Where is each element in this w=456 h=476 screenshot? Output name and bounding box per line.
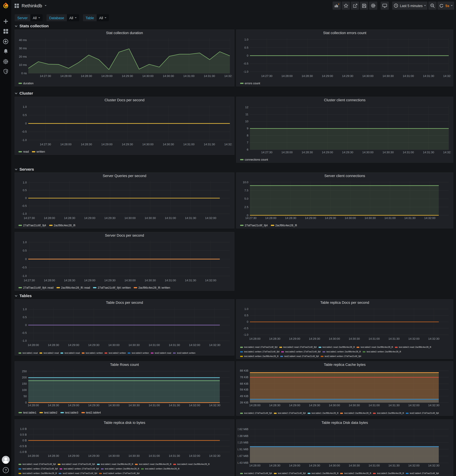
legend-item[interactable]: test2.table4::written::27af7ae21c6f_9j4 <box>99 472 140 474</box>
legend-item[interactable]: test.table1::written::27af7ae21c6f_9j4 <box>240 351 279 353</box>
user-avatar[interactable] <box>2 456 10 464</box>
legend-item[interactable]: test.table2::read::27af7ae21c6f_9j4 <box>279 346 317 348</box>
legend-item[interactable]: written <box>32 150 45 153</box>
legend-item[interactable]: test.table3::read <box>61 352 80 354</box>
chart-area[interactable]: 14:28:0014:28:3014:29:0014:29:3014:30:00… <box>16 306 232 347</box>
chart-area[interactable]: 14:28:0014:28:3014:29:0014:29:3014:30:00… <box>16 426 232 458</box>
panel-title[interactable]: Server Queries per second <box>15 173 234 179</box>
legend-item[interactable]: test.table1::read::2acf86c4ec28_lfi <box>319 346 355 348</box>
legend-item[interactable]: 27af7ae21c6f_9j4 <box>240 224 268 227</box>
section-tables[interactable]: Tables <box>15 293 32 298</box>
chart-area[interactable]: 14:27:3014:28:0014:28:3014:29:0014:29:30… <box>238 103 451 154</box>
panel-title[interactable]: Server Docs per second <box>15 232 234 238</box>
legend-item[interactable]: test2.table4::written::27af7ae21c6f_9j4 <box>321 355 361 357</box>
panel-title[interactable]: Table replica Disk data bytes <box>236 420 453 426</box>
legend-item[interactable]: 27af7ae21c6f_9j4::read <box>18 286 53 289</box>
help-icon[interactable]: ? <box>2 467 9 474</box>
chart-area[interactable]: 14:28:0014:28:3014:29:0014:29:3014:30:00… <box>238 426 451 468</box>
legend-item[interactable]: test.table3::written <box>128 352 149 354</box>
legend-item[interactable]: test.table1::written::2acf86c4ec28_lfi <box>101 468 139 470</box>
save-button[interactable] <box>360 1 368 10</box>
panel-title[interactable]: Table Rows count <box>15 362 234 368</box>
time-picker-button[interactable]: Last 5 minutes <box>392 1 427 10</box>
legend-item[interactable]: 2acf86c4ec28_lfi <box>271 224 297 227</box>
legend-item[interactable]: 27af7ae21c6f_9j4::written <box>93 286 131 289</box>
add-panel-button[interactable] <box>333 1 341 10</box>
configuration-icon[interactable] <box>3 58 9 65</box>
legend-item[interactable]: test.table3::read::2acf86c4ec28_lfi <box>173 463 210 465</box>
legend-item[interactable]: read <box>18 150 29 153</box>
filter-server[interactable]: Server All <box>15 14 42 21</box>
panel-title[interactable]: Cluster client connections <box>236 97 453 103</box>
legend-item[interactable]: test.table2::2acf86c4ec28_lfi <box>340 412 371 414</box>
star-button[interactable] <box>342 1 350 10</box>
legend-item[interactable]: test.table1::27af7ae21c6f_9j4 <box>240 472 272 474</box>
legend-item[interactable]: test.table3::written::2acf86c4ec28_lfi <box>18 472 57 474</box>
panel-title[interactable]: Table Docs per second <box>15 299 234 306</box>
legend-item[interactable]: test.table1::read::27af7ae21c6f_9j4 <box>240 346 278 348</box>
legend-item[interactable]: test.table1::read::27af7ae21c6f_9j4 <box>18 463 56 465</box>
chart-area[interactable]: 14:28:0014:28:3014:29:0014:29:3014:30:00… <box>238 368 451 408</box>
refresh-button[interactable]: 5s <box>438 1 454 10</box>
dashboard-settings-button[interactable] <box>369 1 377 10</box>
legend-item[interactable]: test.table2::2acf86c4ec28_lfi <box>340 472 371 474</box>
legend-item[interactable]: test.table3 <box>60 411 78 414</box>
legend-item[interactable]: connections count <box>240 158 268 161</box>
zoom-out-button[interactable] <box>428 1 437 10</box>
legend-item[interactable]: test.table2::written::27af7ae21c6f_9j4 <box>281 351 321 353</box>
legend-item[interactable]: test.table2::read::27af7ae21c6f_9j4 <box>58 463 95 465</box>
chart-area[interactable]: 14:27:3014:28:0014:28:3014:29:0014:29:30… <box>16 179 232 220</box>
legend-item[interactable]: test.table1::2acf86c4ec28_lfi <box>308 412 338 414</box>
chart-area[interactable]: 14:28:0014:28:3014:29:0014:29:3014:30:00… <box>238 306 451 341</box>
alerting-icon[interactable] <box>3 48 9 54</box>
legend-item[interactable]: test2.table4 <box>81 411 101 414</box>
legend-item[interactable]: test.table2::27af7ae21c6f_9j4 <box>274 472 306 474</box>
legend-item[interactable]: test.table1::2acf86c4ec28_lfi <box>308 472 338 474</box>
chart-area[interactable]: 14:27:3014:28:0014:28:3014:29:0014:29:30… <box>16 239 232 282</box>
panel-title[interactable]: Stat collection errors count <box>236 30 453 36</box>
legend-item[interactable]: test2.table4::27af7ae21c6f_9j4 <box>406 472 439 474</box>
server-admin-icon[interactable] <box>3 68 9 75</box>
explore-icon[interactable] <box>3 38 9 44</box>
legend-item[interactable]: test.table1::written::27af7ae21c6f_9j4 <box>18 468 58 470</box>
legend-item[interactable]: test.table2 <box>39 411 57 414</box>
dashboards-icon[interactable] <box>3 28 9 34</box>
legend-item[interactable]: 2acf86c4ec28_lfi::read <box>57 286 90 289</box>
chart-area[interactable]: 14:27:3014:28:0014:28:3014:29:0014:29:30… <box>238 179 451 220</box>
legend-item[interactable]: test.table2::27af7ae21c6f_9j4 <box>274 412 306 414</box>
legend-item[interactable]: 2acf86c4ec28_lfi::written <box>134 286 170 289</box>
legend-item[interactable]: test.table2::written::2acf86c4ec28_lfi <box>363 351 401 353</box>
panel-title[interactable]: Stat collection duration <box>15 30 234 36</box>
legend-item[interactable]: 2acf86c4ec28_lfi <box>49 224 75 227</box>
panel-title[interactable]: Server client connections <box>236 173 453 179</box>
legend-item[interactable]: test.table1::27af7ae21c6f_9j4 <box>240 412 272 414</box>
legend-item[interactable]: test.table2::read::2acf86c4ec28_lfi <box>135 463 171 465</box>
section-stats-collection[interactable]: Stats collection <box>15 24 49 28</box>
cycle-view-button[interactable] <box>381 1 389 10</box>
chart-area[interactable]: 14:27:3014:28:0014:28:3014:29:0014:29:30… <box>238 36 451 78</box>
legend-item[interactable]: test.table3::written::2acf86c4ec28_lfi <box>240 355 279 357</box>
legend-item[interactable]: test.table1::written <box>82 352 103 354</box>
share-button[interactable] <box>351 1 359 10</box>
legend-item[interactable]: test.table2::read::2acf86c4ec28_lfi <box>357 346 393 348</box>
panel-title[interactable]: Table replica Cache bytes <box>236 362 453 368</box>
legend-item[interactable]: test2.table4::read <box>151 352 171 354</box>
legend-item[interactable]: test.table1::read <box>18 352 38 354</box>
dashboard-title-picker[interactable]: Rethinkdb <box>14 3 46 8</box>
chart-area[interactable]: 14:27:3014:28:0014:28:3014:29:0014:29:30… <box>16 36 232 78</box>
legend-item[interactable]: test.table3::2acf86c4ec28_lfi <box>373 412 404 414</box>
panel-title[interactable]: Cluster Docs per second <box>15 97 234 103</box>
legend-item[interactable]: test2.table4::read::27af7ae21c6f_9j4 <box>280 355 319 357</box>
panel-title[interactable]: Table replica disk io bytes <box>15 420 234 426</box>
section-cluster[interactable]: Cluster <box>15 91 33 95</box>
panel-title[interactable]: Table replica Docs per second <box>236 299 453 306</box>
legend-item[interactable]: test2.table4::27af7ae21c6f_9j4 <box>406 412 439 414</box>
filter-database[interactable]: Database All <box>46 14 79 21</box>
legend-item[interactable]: 27af7ae21c6f_9j4 <box>18 224 46 227</box>
filter-table[interactable]: Table All <box>83 14 109 21</box>
legend-item[interactable]: test.table2::written <box>105 352 126 354</box>
legend-item[interactable]: test.table1::written::2acf86c4ec28_lfi <box>322 351 361 353</box>
legend-item[interactable]: duration <box>18 82 34 85</box>
legend-item[interactable]: test.table3::2acf86c4ec28_lfi <box>373 472 404 474</box>
create-icon[interactable] <box>3 18 9 25</box>
